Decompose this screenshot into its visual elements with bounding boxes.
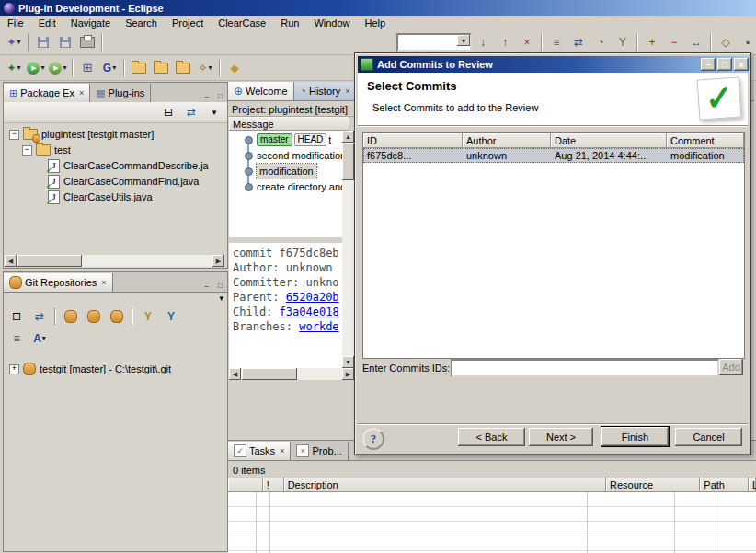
link-with-editor-button[interactable]: ⇄: [180, 104, 202, 121]
close-tab-icon[interactable]: ×: [345, 86, 349, 96]
compare-button[interactable]: ⇄: [567, 32, 590, 52]
remove-from-source-button[interactable]: −: [663, 32, 685, 52]
checkout-button[interactable]: ↓: [472, 32, 494, 52]
external-tools-button[interactable]: ▶ ▾: [47, 58, 69, 78]
checkout-branch-button[interactable]: Y: [160, 308, 182, 325]
repository-tree-row[interactable]: + testgit [master] - C:\testgit\.git: [9, 362, 171, 376]
link-with-selection-button[interactable]: ⇄: [29, 308, 51, 325]
view-menu-icon[interactable]: ▾: [219, 294, 223, 303]
version-tree-button[interactable]: Y: [612, 32, 634, 52]
help-button[interactable]: ?: [362, 428, 384, 450]
tree-row[interactable]: − plugintest [testgit master]: [9, 127, 154, 142]
run-button[interactable]: ▶ ▾: [25, 58, 47, 78]
add-commit-button[interactable]: Add: [719, 359, 743, 375]
menu-file[interactable]: File: [0, 16, 31, 30]
save-button[interactable]: [32, 32, 54, 52]
scrollbar-thumb[interactable]: [242, 368, 297, 380]
menu-help[interactable]: Help: [358, 16, 394, 30]
hierarchy-toggle-button[interactable]: ≡: [6, 330, 28, 347]
scroll-right-button[interactable]: ▶: [342, 368, 354, 380]
commit-table-row-selected[interactable]: f675dc8... unknown Aug 21, 2014 4:44:...…: [363, 148, 744, 163]
tree-row[interactable]: J✓ ClearCaseCommandDescribe.ja: [48, 158, 209, 173]
column-header-icon[interactable]: [228, 478, 263, 492]
scroll-up-button[interactable]: ▲: [342, 131, 354, 143]
scroll-right-button[interactable]: ▶: [212, 255, 224, 267]
parent-link[interactable]: 6520a20b: [286, 291, 339, 304]
twist-closed-icon[interactable]: +: [9, 364, 19, 374]
checkin-button[interactable]: ↑: [494, 32, 516, 52]
message-column-header[interactable]: Message: [229, 117, 349, 131]
column-header-date[interactable]: Date: [551, 133, 667, 148]
close-tab-icon[interactable]: ×: [79, 88, 84, 98]
vertical-scrollbar[interactable]: ▲ ▼: [342, 131, 354, 368]
tag-button[interactable]: ◇: [715, 32, 737, 52]
tab-git-repositories[interactable]: Git Repositories ×: [4, 273, 113, 292]
debug-button[interactable]: ✦ ▾: [3, 58, 25, 78]
tree-row[interactable]: J✓ ClearCaseUtils.java: [48, 190, 153, 204]
menu-run[interactable]: Run: [273, 16, 306, 30]
history-button[interactable]: ◔: [590, 32, 612, 52]
search-menu-button[interactable]: ✧ ▾: [194, 58, 216, 78]
horizontal-scrollbar[interactable]: ◀ ▶: [229, 368, 354, 380]
menu-project[interactable]: Project: [165, 16, 211, 30]
scroll-down-button[interactable]: ▼: [342, 356, 354, 368]
menu-search[interactable]: Search: [118, 16, 165, 30]
column-header-resource[interactable]: Resource: [606, 478, 700, 492]
clone-repository-button[interactable]: [83, 308, 105, 325]
minimize-view-button[interactable]: –: [200, 280, 213, 292]
minimize-view-button[interactable]: –: [200, 90, 213, 102]
horizontal-scrollbar[interactable]: ◀ ▶: [5, 255, 224, 267]
dialog-titlebar[interactable]: Add Commits to Review – □ ×: [358, 56, 750, 73]
combo-dropdown-button[interactable]: ▼: [457, 35, 470, 46]
menu-edit[interactable]: Edit: [31, 16, 63, 30]
annotate-button[interactable]: ≡: [545, 32, 567, 52]
dialog-minimize-button[interactable]: –: [701, 58, 716, 71]
commits-table[interactable]: ID Author Date Comment f675dc8... unknow…: [362, 132, 745, 359]
import-button[interactable]: [150, 58, 172, 78]
column-header-comment[interactable]: Comment: [667, 133, 744, 148]
tab-plugins[interactable]: ▦ Plug-ins: [90, 84, 151, 102]
maximize-view-button[interactable]: □: [213, 90, 227, 102]
scroll-left-button[interactable]: ◀: [5, 255, 17, 267]
branches-link[interactable]: workde: [299, 320, 338, 333]
commit-row-selected[interactable]: modification: [257, 164, 316, 179]
enter-commits-input[interactable]: [451, 359, 719, 377]
tab-history[interactable]: ◔ History ×: [294, 82, 357, 100]
child-link[interactable]: f3a04e018: [280, 305, 339, 318]
view-menu-button[interactable]: ▾: [203, 104, 225, 121]
window-titlebar[interactable]: Plug-in Development - Eclipse: [0, 0, 756, 16]
tab-problems[interactable]: × Prob...: [291, 442, 348, 460]
commit-row[interactable]: second modification: [257, 148, 342, 163]
sort-button[interactable]: A ▾: [29, 330, 51, 347]
menu-navigate[interactable]: Navigate: [63, 16, 118, 30]
export-button[interactable]: [172, 58, 194, 78]
column-header-priority[interactable]: !: [263, 478, 284, 492]
commit-row[interactable]: master HEAD t: [257, 132, 331, 147]
column-header-description[interactable]: Description: [284, 478, 606, 492]
collapse-all-button[interactable]: ⊟: [157, 104, 179, 121]
column-header-id[interactable]: ID: [363, 133, 463, 148]
tab-welcome[interactable]: ⊕ Welcome: [228, 82, 294, 100]
finish-button[interactable]: Finish: [601, 427, 669, 446]
undo-checkout-button[interactable]: ×: [516, 32, 538, 52]
cancel-button[interactable]: Cancel: [675, 428, 742, 446]
menu-clearcase[interactable]: ClearCase: [211, 16, 273, 30]
tree-row[interactable]: J✓ ClearCaseCommandFind.java: [48, 174, 199, 189]
tab-package-explorer[interactable]: ⊞ Package Ex ×: [4, 84, 90, 102]
scrollbar-thumb[interactable]: [17, 255, 82, 267]
lock-button[interactable]: ▪: [737, 32, 756, 52]
print-button[interactable]: [76, 32, 98, 52]
package-view-button[interactable]: ◆: [223, 58, 246, 78]
refresh-status-button[interactable]: ↔: [685, 32, 707, 52]
junit-button[interactable]: ⊞: [76, 58, 98, 78]
maximize-view-button[interactable]: □: [213, 280, 227, 292]
open-plugin-button[interactable]: [128, 58, 150, 78]
column-header-author[interactable]: Author: [463, 133, 551, 148]
column-header-location[interactable]: Location: [749, 478, 756, 492]
dialog-close-button[interactable]: ×: [734, 58, 749, 71]
back-button[interactable]: < Back: [458, 428, 525, 446]
create-repository-button[interactable]: [106, 308, 128, 325]
column-header-path[interactable]: Path: [700, 478, 749, 492]
save-all-button[interactable]: [54, 32, 76, 52]
add-repository-button[interactable]: [60, 308, 82, 325]
